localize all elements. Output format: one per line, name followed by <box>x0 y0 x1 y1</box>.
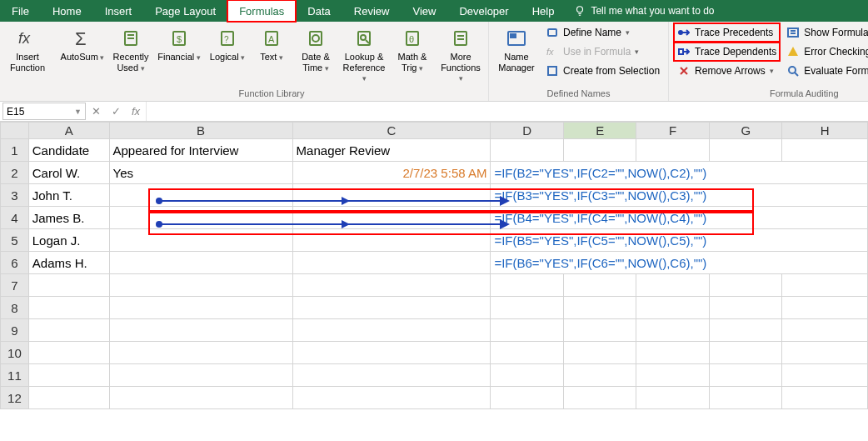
formula-input[interactable] <box>146 102 868 121</box>
row-header[interactable]: 7 <box>1 274 29 297</box>
cell-formula[interactable]: =IF(B5="YES",IF(C5="",NOW(),C5),"") <box>491 229 868 252</box>
tab-insert[interactable]: Insert <box>93 0 144 22</box>
cell[interactable] <box>709 342 782 364</box>
row-header[interactable]: 9 <box>1 319 29 342</box>
cell[interactable] <box>709 297 782 319</box>
cell[interactable] <box>109 297 292 319</box>
cell[interactable] <box>491 342 564 364</box>
cell[interactable] <box>28 364 109 387</box>
cell-formula[interactable]: =IF(B3="YES",IF(C3="",NOW(),C3),"") <box>491 184 868 207</box>
col-header-b[interactable]: B <box>109 123 292 139</box>
cell[interactable] <box>636 364 710 387</box>
tab-view[interactable]: View <box>401 0 447 22</box>
cell[interactable] <box>491 274 564 297</box>
tab-data[interactable]: Data <box>296 0 342 22</box>
tab-file[interactable]: File <box>0 0 41 22</box>
cell[interactable] <box>636 297 710 319</box>
cell[interactable] <box>563 342 636 364</box>
cell[interactable] <box>563 297 636 319</box>
tab-formulas[interactable]: Formulas <box>227 0 296 22</box>
cell[interactable] <box>292 252 491 274</box>
cancel-formula-button[interactable]: ✕ <box>86 102 106 121</box>
recently-used-button[interactable]: RecentlyUsed <box>108 23 153 73</box>
cell[interactable] <box>109 184 292 207</box>
enter-formula-button[interactable]: ✓ <box>106 102 126 121</box>
row-header[interactable]: 3 <box>1 184 29 207</box>
cell[interactable] <box>563 364 636 387</box>
cell[interactable] <box>109 274 292 297</box>
cell[interactable]: Carol W. <box>28 162 109 184</box>
cell[interactable] <box>782 297 868 319</box>
cell[interactable] <box>782 387 868 409</box>
cell[interactable] <box>292 274 491 297</box>
cell[interactable] <box>563 139 636 162</box>
cell[interactable] <box>292 387 491 409</box>
cell[interactable] <box>636 139 710 162</box>
cell[interactable] <box>292 184 491 207</box>
tell-me[interactable]: Tell me what you want to do <box>566 0 722 22</box>
cell[interactable] <box>709 364 782 387</box>
cell[interactable] <box>292 342 491 364</box>
col-header-g[interactable]: G <box>709 123 782 139</box>
cell[interactable]: James B. <box>28 207 109 229</box>
col-header-d[interactable]: D <box>491 123 564 139</box>
date-time-button[interactable]: Date &Time <box>293 23 338 73</box>
cell[interactable] <box>491 297 564 319</box>
evaluate-formula-button[interactable]: Evaluate Formula <box>783 62 868 80</box>
show-formulas-button[interactable]: Show Formulas <box>783 23 868 42</box>
error-checking-button[interactable]: Error Checking <box>783 43 868 61</box>
cell[interactable] <box>109 207 292 229</box>
cell[interactable] <box>636 387 710 409</box>
cell[interactable]: Appeared for Interview <box>109 139 292 162</box>
define-name-button[interactable]: Define Name <box>542 23 663 42</box>
cell[interactable] <box>709 274 782 297</box>
cell[interactable] <box>782 342 868 364</box>
cell[interactable]: Logan J. <box>28 229 109 252</box>
math-trig-button[interactable]: θMath &Trig <box>390 23 435 73</box>
cell[interactable] <box>28 297 109 319</box>
autosum-button[interactable]: ΣAutoSum <box>60 23 105 63</box>
cell[interactable] <box>636 319 710 342</box>
cell-formula[interactable]: =IF(B6="YES",IF(C6="",NOW(),C6),"") <box>491 252 868 274</box>
tab-help[interactable]: Help <box>521 0 566 22</box>
cell[interactable]: 2/7/23 5:58 AM <box>292 162 491 184</box>
row-header[interactable]: 11 <box>1 364 29 387</box>
cell[interactable] <box>709 387 782 409</box>
trace-dependents-button[interactable]: Trace Dependents <box>674 43 780 61</box>
lookup-button[interactable]: Lookup &Reference <box>342 23 387 83</box>
cell[interactable] <box>491 364 564 387</box>
cell[interactable]: Adams H. <box>28 252 109 274</box>
row-header[interactable]: 5 <box>1 229 29 252</box>
remove-arrows-button[interactable]: Remove Arrows <box>674 62 780 80</box>
row-header[interactable]: 4 <box>1 207 29 229</box>
cell[interactable] <box>709 139 782 162</box>
cell[interactable]: John T. <box>28 184 109 207</box>
cell[interactable] <box>782 139 868 162</box>
cell[interactable] <box>636 274 710 297</box>
row-header[interactable]: 8 <box>1 297 29 319</box>
cell[interactable] <box>563 274 636 297</box>
trace-precedents-button[interactable]: Trace Precedents <box>674 23 780 42</box>
cell[interactable] <box>491 139 564 162</box>
col-header-f[interactable]: F <box>636 123 710 139</box>
chevron-down-icon[interactable]: ▼ <box>74 108 82 116</box>
cell[interactable] <box>709 319 782 342</box>
select-all-corner[interactable] <box>1 123 29 139</box>
cell[interactable] <box>782 319 868 342</box>
cell-formula[interactable]: =IF(B2="YES",IF(C2="",NOW(),C2),"") <box>491 162 868 184</box>
cell[interactable] <box>28 342 109 364</box>
cell[interactable] <box>292 207 491 229</box>
col-header-h[interactable]: H <box>782 123 868 139</box>
cell[interactable]: Candidate <box>28 139 109 162</box>
cell[interactable] <box>563 387 636 409</box>
text-button[interactable]: AText <box>253 23 290 63</box>
cell[interactable] <box>109 387 292 409</box>
cell[interactable] <box>109 342 292 364</box>
row-header[interactable]: 2 <box>1 162 29 184</box>
cell[interactable] <box>109 364 292 387</box>
name-box[interactable]: E15▼ <box>2 103 86 120</box>
cell[interactable] <box>491 319 564 342</box>
name-manager-button[interactable]: NameManager <box>494 23 539 73</box>
cell[interactable] <box>491 387 564 409</box>
more-functions-button[interactable]: MoreFunctions <box>438 23 483 83</box>
